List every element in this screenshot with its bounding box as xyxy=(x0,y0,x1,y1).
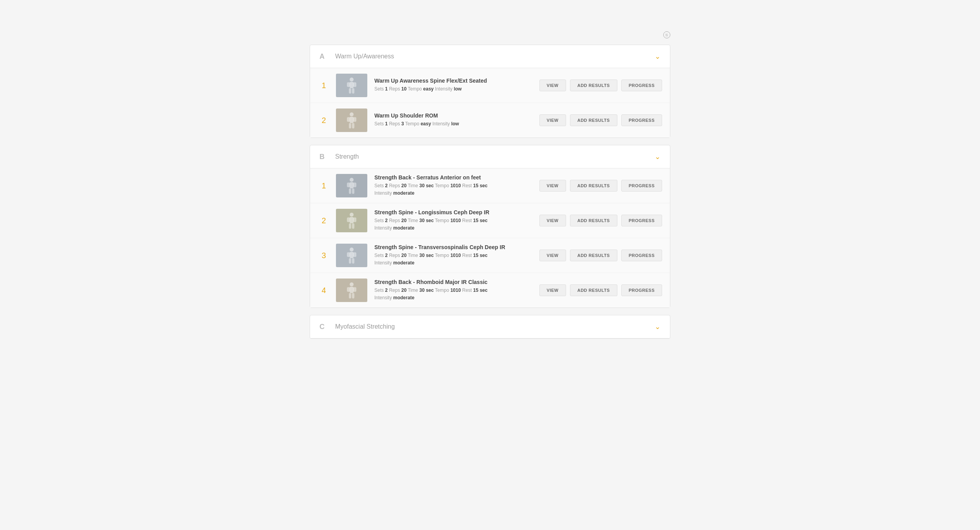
svg-point-6 xyxy=(350,112,354,116)
svg-rect-22 xyxy=(349,223,351,229)
print-icon[interactable]: ⎘ xyxy=(663,31,670,38)
exercise-meta: Sets 2 Reps 20 Time 30 sec Tempo 1010 Re… xyxy=(374,182,539,197)
section-letter: A xyxy=(319,52,327,61)
exercise-title: Strength Spine - Longissimus Ceph Deep I… xyxy=(374,209,539,215)
exercise-thumbnail xyxy=(336,244,367,267)
chevron-down-icon[interactable]: ⌄ xyxy=(655,52,661,61)
exercise-meta: Sets 2 Reps 20 Time 30 sec Tempo 1010 Re… xyxy=(374,287,539,302)
section-letter: C xyxy=(319,323,327,331)
svg-rect-29 xyxy=(352,258,354,264)
svg-rect-9 xyxy=(353,117,356,122)
exercise-actions: VIEW ADD RESULTS PROGRESS xyxy=(539,250,662,261)
progress-button[interactable]: PROGRESS xyxy=(621,80,662,91)
exercise-row: 3 Strength Spine - Transversospinalis Ce… xyxy=(310,238,670,273)
section-card-a: A Warm Up/Awareness ⌄ 1 Warm Up Awarenes… xyxy=(310,45,670,138)
svg-rect-21 xyxy=(353,217,356,222)
exercise-thumbnail xyxy=(336,174,367,197)
svg-rect-1 xyxy=(350,82,354,88)
section-card-c: C Myofascial Stretching ⌄ xyxy=(310,315,670,339)
exercise-row: 4 Strength Back - Rhomboid Major IR Clas… xyxy=(310,273,670,308)
exercise-thumbnail xyxy=(336,279,367,302)
page-container: ⎘ A Warm Up/Awareness ⌄ 1 Warm Up Awaren… xyxy=(302,0,678,369)
exercise-thumbnail xyxy=(336,209,367,232)
exercise-info: Strength Back - Rhomboid Major IR Classi… xyxy=(374,279,539,302)
progress-button[interactable]: PROGRESS xyxy=(621,250,662,261)
view-button[interactable]: VIEW xyxy=(539,215,566,226)
svg-rect-5 xyxy=(352,88,354,94)
exercise-actions: VIEW ADD RESULTS PROGRESS xyxy=(539,180,662,192)
exercise-thumbnail xyxy=(336,109,367,132)
svg-rect-16 xyxy=(349,188,351,194)
section-letter: B xyxy=(319,153,327,161)
add-results-button[interactable]: ADD RESULTS xyxy=(570,215,617,226)
exercise-actions: VIEW ADD RESULTS PROGRESS xyxy=(539,215,662,226)
exercise-info: Warm Up Awareness Spine Flex/Ext Seated … xyxy=(374,78,539,93)
exercise-info: Strength Spine - Transversospinalis Ceph… xyxy=(374,244,539,267)
svg-point-24 xyxy=(350,248,354,251)
exercise-actions: VIEW ADD RESULTS PROGRESS xyxy=(539,80,662,91)
view-button[interactable]: VIEW xyxy=(539,114,566,126)
exercise-title: Warm Up Awareness Spine Flex/Ext Seated xyxy=(374,78,539,84)
add-results-button[interactable]: ADD RESULTS xyxy=(570,284,617,296)
svg-rect-34 xyxy=(349,293,351,298)
progress-button[interactable]: PROGRESS xyxy=(621,180,662,192)
exercise-row: 2 Strength Spine - Longissimus Ceph Deep… xyxy=(310,203,670,238)
exercise-actions: VIEW ADD RESULTS PROGRESS xyxy=(539,284,662,296)
svg-rect-31 xyxy=(350,287,354,293)
exercise-info: Warm Up Shoulder ROM Sets 1 Reps 3 Tempo… xyxy=(374,112,539,128)
svg-rect-7 xyxy=(350,117,354,123)
exercise-number: 3 xyxy=(318,251,330,260)
view-button[interactable]: VIEW xyxy=(539,80,566,91)
section-name: Myofascial Stretching xyxy=(335,323,655,330)
section-name: Strength xyxy=(335,153,655,160)
svg-rect-27 xyxy=(353,252,356,257)
svg-rect-32 xyxy=(347,287,350,292)
exercise-number: 1 xyxy=(318,81,330,90)
svg-rect-20 xyxy=(347,217,350,222)
add-results-button[interactable]: ADD RESULTS xyxy=(570,180,617,192)
chevron-down-icon[interactable]: ⌄ xyxy=(655,322,661,331)
svg-rect-11 xyxy=(352,123,354,128)
svg-rect-23 xyxy=(352,223,354,229)
svg-rect-14 xyxy=(347,183,350,187)
print-row: ⎘ xyxy=(310,31,670,38)
svg-rect-17 xyxy=(352,188,354,194)
svg-rect-8 xyxy=(347,117,350,122)
svg-rect-4 xyxy=(349,88,351,94)
exercise-number: 1 xyxy=(318,181,330,190)
progress-button[interactable]: PROGRESS xyxy=(621,284,662,296)
svg-rect-2 xyxy=(347,82,350,87)
view-button[interactable]: VIEW xyxy=(539,250,566,261)
section-name: Warm Up/Awareness xyxy=(335,53,655,60)
exercise-meta: Sets 1 Reps 10 Tempo easy Intensity low xyxy=(374,85,539,93)
progress-button[interactable]: PROGRESS xyxy=(621,114,662,126)
exercise-meta: Sets 2 Reps 20 Time 30 sec Tempo 1010 Re… xyxy=(374,217,539,232)
chevron-down-icon[interactable]: ⌄ xyxy=(655,152,661,161)
exercise-meta: Sets 2 Reps 20 Time 30 sec Tempo 1010 Re… xyxy=(374,252,539,267)
progress-button[interactable]: PROGRESS xyxy=(621,215,662,226)
add-results-button[interactable]: ADD RESULTS xyxy=(570,250,617,261)
exercise-thumbnail xyxy=(336,74,367,97)
svg-rect-13 xyxy=(350,182,354,188)
svg-rect-25 xyxy=(350,252,354,258)
svg-point-0 xyxy=(350,78,354,81)
svg-rect-26 xyxy=(347,252,350,257)
add-results-button[interactable]: ADD RESULTS xyxy=(570,80,617,91)
exercise-meta: Sets 1 Reps 3 Tempo easy Intensity low xyxy=(374,120,539,128)
view-button[interactable]: VIEW xyxy=(539,180,566,192)
add-results-button[interactable]: ADD RESULTS xyxy=(570,114,617,126)
exercise-number: 2 xyxy=(318,216,330,225)
svg-rect-19 xyxy=(350,217,354,223)
sections-container: A Warm Up/Awareness ⌄ 1 Warm Up Awarenes… xyxy=(310,45,670,339)
section-card-b: B Strength ⌄ 1 Strength Back - Serratus … xyxy=(310,145,670,308)
view-button[interactable]: VIEW xyxy=(539,284,566,296)
svg-rect-28 xyxy=(349,258,351,264)
exercise-row: 2 Warm Up Shoulder ROM Sets 1 Reps 3 Tem… xyxy=(310,103,670,137)
svg-point-30 xyxy=(350,282,354,286)
exercise-number: 2 xyxy=(318,116,330,125)
svg-rect-33 xyxy=(353,287,356,292)
section-header-c: C Myofascial Stretching ⌄ xyxy=(310,315,670,338)
exercise-info: Strength Back - Serratus Anterior on fee… xyxy=(374,174,539,197)
svg-rect-35 xyxy=(352,293,354,298)
exercise-title: Strength Back - Rhomboid Major IR Classi… xyxy=(374,279,539,285)
